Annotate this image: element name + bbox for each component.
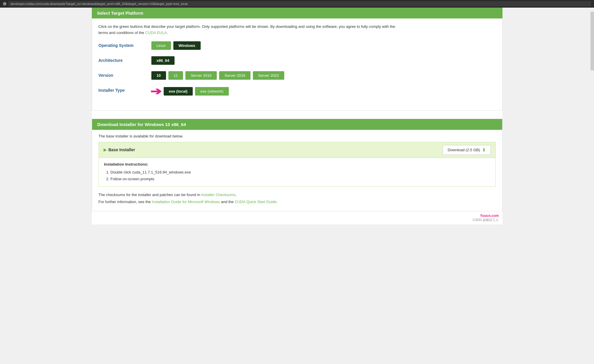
download-intro: The base installer is available for down… <box>99 134 496 138</box>
instruction-item-1: Double click cuda_11.7.1_516.94_windows.… <box>111 169 490 176</box>
cuda-eula-link[interactable]: CUDA EULA <box>145 30 167 35</box>
arch-buttons: x86_64 <box>151 56 175 65</box>
quick-start-guide-link[interactable]: CUDA Quick Start Guide <box>235 200 276 204</box>
installer-type-row: Installer Type ➔ exe (local) exe (networ… <box>99 86 496 97</box>
browser-dot <box>3 2 6 6</box>
os-label: Operating System <box>99 41 151 48</box>
arrow-container: ➔ exe (local) exe (network) <box>151 86 229 97</box>
version-10-button[interactable]: 10 <box>151 71 166 80</box>
version-row: Version 10 11 Server 2016 Server 2019 Se… <box>99 71 496 80</box>
arch-x86-button[interactable]: x86_64 <box>151 56 175 65</box>
arch-row: Architecture x86_64 <box>99 56 496 65</box>
instruction-item-2: Follow on-screen prompts <box>111 176 490 182</box>
download-button[interactable]: Download (2.5 GB) ⬇ <box>443 145 491 155</box>
installer-type-label: Installer Type <box>99 86 151 93</box>
installer-exe-network-button[interactable]: exe (network) <box>195 87 229 96</box>
installer-instructions: Installation Instructions: Double click … <box>99 158 496 187</box>
scrollbar[interactable] <box>590 12 594 70</box>
installation-guide-link[interactable]: Installation Guide for Microsoft Windows <box>152 200 220 204</box>
chevron-right-icon: ▶ <box>104 147 107 152</box>
instructions-title: Installation Instructions: <box>104 162 490 166</box>
watermark-yuucn: Yuucn.com <box>95 214 499 218</box>
installer-type-buttons: exe (local) exe (network) <box>164 87 229 96</box>
installer-exe-local-button[interactable]: exe (local) <box>164 87 193 96</box>
version-server2019-button[interactable]: Server 2019 <box>219 71 251 80</box>
version-label: Version <box>99 71 151 78</box>
download-header: Download Installer for Windows 10 x86_64 <box>92 119 502 130</box>
version-11-button[interactable]: 11 <box>168 71 183 80</box>
version-buttons: 10 11 Server 2016 Server 2019 Server 202… <box>151 71 284 80</box>
page-wrapper: Select Target Platform Click on the gree… <box>92 8 502 224</box>
base-installer-bar: ▶ Base Installer Download (2.5 GB) ⬇ <box>99 142 496 158</box>
version-server2022-button[interactable]: Server 2022 <box>253 71 284 80</box>
watermark: Yuucn.com CSDN @煤丝工人 <box>92 211 502 224</box>
version-server2016-button[interactable]: Server 2016 <box>185 71 217 80</box>
select-platform-body: Click on the green buttons that describe… <box>92 18 502 110</box>
watermark-csdn: CSDN @煤丝工人 <box>95 218 499 222</box>
url-bar[interactable]: developer.nvidia.com/cuda-downloads?targ… <box>8 1 591 6</box>
os-linux-button[interactable]: Linux <box>151 41 171 50</box>
intro-text: Click on the green buttons that describe… <box>99 24 496 36</box>
pink-arrow-icon: ➔ <box>150 86 161 97</box>
browser-bar: developer.nvidia.com/cuda-downloads?targ… <box>0 0 594 8</box>
os-windows-button[interactable]: Windows <box>173 41 201 50</box>
checksums-section: The checksums for the installer and patc… <box>99 191 496 205</box>
instructions-list: Double click cuda_11.7.1_516.94_windows.… <box>104 169 490 183</box>
base-installer-label: ▶ Base Installer <box>104 147 135 152</box>
download-icon: ⬇ <box>482 147 486 153</box>
download-body: The base installer is available for down… <box>92 130 502 211</box>
installer-checksums-link[interactable]: Installer Checksums <box>201 193 236 197</box>
os-buttons: Linux Windows <box>151 41 201 50</box>
arch-label: Architecture <box>99 56 151 63</box>
os-row: Operating System Linux Windows <box>99 41 496 50</box>
download-section: Download Installer for Windows 10 x86_64… <box>92 119 502 212</box>
select-platform-header: Select Target Platform <box>92 8 502 18</box>
